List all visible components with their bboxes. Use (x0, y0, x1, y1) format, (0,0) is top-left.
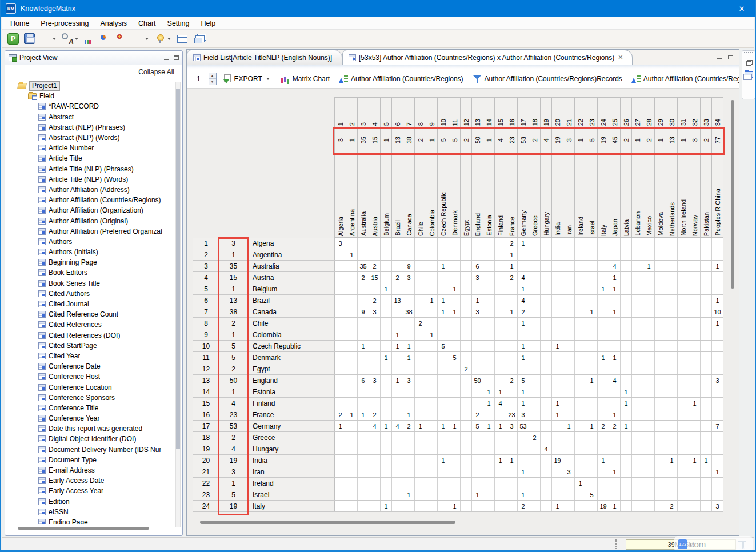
tree-item-field[interactable]: Cited Reference Count (7, 309, 173, 319)
matrix-cell[interactable] (701, 432, 712, 443)
spinner-up-icon[interactable]: ▲ (209, 73, 216, 79)
matrix-cell[interactable] (358, 443, 369, 454)
toolbar-button-copy[interactable] (38, 31, 59, 46)
matrix-cell[interactable]: 1 (426, 329, 438, 340)
matrix-cell[interactable]: 1 (518, 238, 529, 249)
matrix-cell[interactable] (701, 295, 712, 306)
matrix-cell[interactable]: 1 (506, 306, 518, 317)
matrix-cell[interactable] (392, 261, 403, 271)
col-index-cell[interactable]: 13 (472, 98, 483, 127)
toolbar-button-bars2[interactable] (130, 31, 151, 46)
matrix-cell[interactable]: 1 (712, 261, 723, 271)
matrix-cell[interactable] (666, 249, 678, 260)
row-number-cell[interactable]: 6 (193, 295, 219, 306)
project-view-header[interactable]: Project View (5, 51, 182, 65)
editor-tab-1[interactable]: Field List[Article TitleNLP (English Nou… (187, 50, 342, 65)
row-count-cell[interactable]: 3 (219, 238, 248, 249)
matrix-cell[interactable] (381, 318, 392, 329)
matrix-cell[interactable] (506, 386, 518, 397)
matrix-cell[interactable] (495, 466, 506, 477)
col-count-cell[interactable]: 5 (449, 128, 461, 154)
collapse-all-link[interactable]: Collapse All (138, 68, 174, 76)
matrix-cell[interactable] (506, 341, 518, 351)
matrix-cell[interactable] (381, 466, 392, 477)
matrix-cell[interactable] (575, 455, 586, 466)
matrix-horizontal-scrollbar[interactable] (200, 521, 455, 524)
matrix-cell[interactable] (346, 352, 358, 363)
matrix-cell[interactable] (461, 455, 472, 466)
matrix-cell[interactable] (655, 249, 666, 260)
matrix-cell[interactable] (666, 261, 678, 271)
matrix-cell[interactable] (701, 386, 712, 397)
matrix-cell[interactable] (655, 489, 666, 500)
matrix-cell[interactable] (472, 386, 483, 397)
matrix-cell[interactable] (541, 375, 552, 386)
matrix-cell[interactable] (335, 363, 346, 374)
matrix-cell[interactable] (563, 398, 575, 409)
matrix-cell[interactable] (678, 455, 689, 466)
matrix-cell[interactable] (335, 306, 346, 317)
matrix-cell[interactable] (529, 375, 541, 386)
matrix-cell[interactable] (335, 501, 346, 511)
col-index-cell[interactable]: 12 (461, 98, 472, 127)
matrix-cell[interactable] (632, 249, 643, 260)
matrix-cell[interactable] (552, 249, 563, 260)
row-count-cell[interactable]: 13 (219, 295, 248, 306)
matrix-cell[interactable] (529, 249, 541, 260)
matrix-cell[interactable]: 53 (518, 421, 529, 431)
matrix-cell[interactable] (461, 432, 472, 443)
matrix-cell[interactable] (346, 261, 358, 271)
matrix-cell[interactable] (449, 489, 461, 500)
matrix-cell[interactable] (678, 306, 689, 317)
matrix-cell[interactable] (666, 352, 678, 363)
matrix-cell[interactable]: 19 (552, 455, 563, 466)
matrix-cell[interactable] (358, 489, 369, 500)
matrix-cell[interactable] (575, 352, 586, 363)
matrix-cell[interactable] (358, 386, 369, 397)
row-count-cell[interactable]: 4 (219, 443, 248, 454)
matrix-cell[interactable] (426, 283, 438, 294)
matrix-cell[interactable] (563, 489, 575, 500)
matrix-cell[interactable] (381, 249, 392, 260)
matrix-cell[interactable]: 1 (346, 409, 358, 420)
matrix-cell[interactable] (541, 432, 552, 443)
col-name-cell[interactable]: Canada (403, 154, 415, 237)
toolbar-button-save[interactable] (22, 31, 37, 46)
tree-node-field-folder[interactable]: Field (7, 91, 173, 101)
row-number-cell[interactable]: 10 (193, 341, 219, 351)
matrix-cell[interactable] (632, 306, 643, 317)
matrix-cell[interactable] (358, 421, 369, 431)
matrix-cell[interactable] (643, 375, 655, 386)
row-count-cell[interactable]: 1 (219, 283, 248, 294)
matrix-cell[interactable] (381, 478, 392, 489)
matrix-cell[interactable] (689, 478, 701, 489)
matrix-cell[interactable]: 3 (712, 501, 723, 511)
matrix-cell[interactable] (632, 295, 643, 306)
matrix-cell[interactable] (529, 489, 541, 500)
matrix-cell[interactable]: 4 (541, 443, 552, 454)
panel-maximize-icon[interactable] (174, 55, 179, 60)
tree-item-field[interactable]: Article Title (NLP) (Phrases) (7, 164, 173, 174)
matrix-cell[interactable] (563, 318, 575, 329)
tree-item-field[interactable]: Author Affiliation (Address) (7, 185, 173, 195)
matrix-cell[interactable] (541, 489, 552, 500)
matrix-cell[interactable] (632, 386, 643, 397)
matrix-cell[interactable] (529, 443, 541, 454)
matrix-cell[interactable] (609, 478, 621, 489)
matrix-cell[interactable] (643, 421, 655, 431)
matrix-cell[interactable]: 15 (369, 272, 381, 283)
matrix-cell[interactable] (609, 341, 621, 351)
restore-view-icon[interactable] (746, 61, 751, 66)
matrix-cell[interactable] (335, 478, 346, 489)
matrix-cell[interactable] (655, 478, 666, 489)
matrix-cell[interactable] (563, 283, 575, 294)
row-label-cell[interactable]: Brazil (248, 295, 335, 306)
matrix-cell[interactable]: 1 (609, 501, 621, 511)
row-label-cell[interactable]: Colombia (248, 329, 335, 340)
matrix-cell[interactable] (563, 272, 575, 283)
matrix-cell[interactable] (495, 283, 506, 294)
matrix-cell[interactable] (575, 283, 586, 294)
matrix-cell[interactable] (655, 398, 666, 409)
matrix-cell[interactable] (438, 329, 449, 340)
matrix-cell[interactable]: 1 (403, 409, 415, 420)
